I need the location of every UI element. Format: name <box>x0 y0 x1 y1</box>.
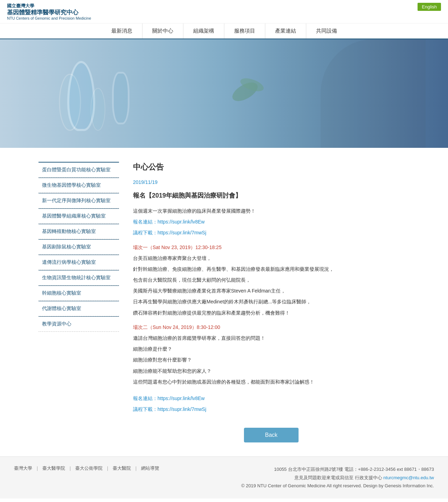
session1-line5: 日本再生醫學與細胞治療供應大廠Medinet的鈴木邦彥執行副總...等多位臨床醫… <box>133 297 410 306</box>
hero-svg <box>0 39 448 148</box>
footer-link-sitemap[interactable]: 網站導覽 <box>141 465 159 472</box>
sidebar-item-biobank[interactable]: 基因體醫學組織庫核心實驗室 <box>38 208 119 224</box>
footer-left: 臺灣大學 ｜ 臺大醫學院 ｜ 臺大公衛學院 ｜ 臺大醫院 ｜ 網站導覽 <box>14 465 159 472</box>
article-title: 報名【2019年細胞與基因治療研討會】 <box>133 190 410 201</box>
sidebar-item-knockout[interactable]: 基因剔除鼠核心實驗室 <box>38 239 119 255</box>
logo-zh-top: 國立臺灣大學 <box>7 3 91 9</box>
svg-point-2 <box>91 88 105 130</box>
session1-title: 場次一（Sat Nov 23, 2019）12:30-18:25 <box>133 243 410 252</box>
footer-link-hospital[interactable]: 臺大醫院 <box>113 465 131 472</box>
session2-line2: 細胞治療是什麼？ <box>133 345 410 353</box>
footer-right: 10055 台北市中正區徐州路2號7樓 電話：+886-2-2312-3456 … <box>241 465 434 490</box>
article-dl-link: 議程下載：https://supr.link/7mwSj <box>133 228 410 237</box>
top-bar: 國立臺灣大學 基因體暨精準醫學研究中心 NTU Centers of Genom… <box>0 0 448 23</box>
sidebar: 蛋白體暨蛋白質功能核心實驗室 微生物基因體學核心實驗室 新一代定序與微陣列核心實… <box>38 162 119 442</box>
sidebar-item-education[interactable]: 教學資源中心 <box>38 316 119 332</box>
sidebar-item-protein[interactable]: 蛋白體暨蛋白質功能核心實驗室 <box>38 162 119 178</box>
hero-image <box>0 39 448 148</box>
session2-title: 場次二（Sun Nov 24, 2019）8:30-12:00 <box>133 323 410 332</box>
article-reg-link2: 報名連結：https://supr.link/lv8Ew <box>133 394 410 403</box>
nav-about[interactable]: 關於中心 <box>142 23 183 39</box>
sidebar-item-sequencing[interactable]: 新一代定序與微陣列核心實驗室 <box>38 193 119 208</box>
nav-industry[interactable]: 產業連結 <box>265 23 306 39</box>
footer-email[interactable]: nturcmegmc@ntu.edu.tw <box>383 475 434 480</box>
article-dl-link2: 議程下載：https://supr.link/7mwSj <box>133 405 410 414</box>
logo-zh-main: 基因體暨精準醫學研究中心 <box>7 9 91 16</box>
english-button[interactable]: English <box>418 3 441 11</box>
footer-link-publichealth[interactable]: 臺大公衛學院 <box>75 465 103 472</box>
main-nav: 最新消息 關於中心 組織架構 服務項目 產業連結 共同設備 <box>0 23 448 39</box>
article-reg-link: 報名連結：https://supr.link/lv8Ew <box>133 218 410 226</box>
session2-line3: 細胞治療對您有什麼影響？ <box>133 356 410 364</box>
footer-email-line: 意見及問題歡迎來電或寫信至 行政支援中心 nturcmegmc@ntu.edu.… <box>241 474 434 482</box>
article-date: 2019/11/19 <box>133 178 410 187</box>
svg-point-1 <box>59 74 80 130</box>
session1-line2: 針對幹細胞治療、免疫細胞治療、再生醫學、和基因治療發表最新臨床應用和藥業發展現況… <box>133 265 410 274</box>
logo-en: NTU Centers of Genomic and Precision Med… <box>7 16 91 20</box>
footer-link-medicine[interactable]: 臺大醫學院 <box>42 465 65 472</box>
nav-services[interactable]: 服務項目 <box>224 23 265 39</box>
footer-links: 臺灣大學 ｜ 臺大醫學院 ｜ 臺大公衛學院 ｜ 臺大醫院 ｜ 網站導覽 <box>14 465 159 472</box>
article-content: 中心公告 2019/11/19 報名【2019年細胞與基因治療研討會】 這個週末… <box>133 162 410 442</box>
sidebar-item-transgenic[interactable]: 基因轉殖動物核心實驗室 <box>38 224 119 239</box>
session1-line1: 台美百細胞治療專家齊聚台大登壇， <box>133 254 410 263</box>
section-title: 中心公告 <box>133 162 410 172</box>
session2-line4: 細胞治療能不能幫助您和您的家人？ <box>133 367 410 376</box>
back-button[interactable]: Back <box>244 428 299 442</box>
session2-line5: 這些問題還有您心中對於細胞或基因治療的各種疑惑，都能面對面和專家討論解惑！ <box>133 378 410 386</box>
back-button-wrapper: Back <box>133 428 410 442</box>
footer-link-ntu[interactable]: 臺灣大學 <box>14 465 32 472</box>
logo-area: 國立臺灣大學 基因體暨精準醫學研究中心 NTU Centers of Genom… <box>7 3 91 20</box>
article-intro: 這個週末一次掌握細胞治療的臨床與產業發展國際趨勢！ <box>133 207 410 215</box>
sidebar-item-bioinformatics[interactable]: 生物資訊暨生物統計核心實驗室 <box>38 270 119 286</box>
main-content: 蛋白體暨蛋白質功能核心實驗室 微生物基因體學核心實驗室 新一代定序與微陣列核心實… <box>31 162 416 442</box>
footer: 臺灣大學 ｜ 臺大醫學院 ｜ 臺大公衛學院 ｜ 臺大醫院 ｜ 網站導覽 1005… <box>0 456 448 498</box>
nav-structure[interactable]: 組織架構 <box>183 23 224 39</box>
sidebar-item-metabolomics[interactable]: 代謝體核心實驗室 <box>38 301 119 316</box>
session1-line4: 美國斯丹福大學醫療細胞治療產業化首席專家Steven A Feldman主任， <box>133 287 410 295</box>
nav-latest-news[interactable]: 最新消息 <box>102 23 142 39</box>
sidebar-item-epidemiology[interactable]: 遺傳流行病學核心實驗室 <box>38 255 119 270</box>
sidebar-item-stemcell[interactable]: 幹細胞核心實驗室 <box>38 286 119 301</box>
footer-copyright: © 2019 NTU Center of Genomic Medicine Al… <box>241 482 434 490</box>
session1-line6: 鑽石陣容將針對細胞治療提供最完整的臨床和產業趨勢分析，機會難得！ <box>133 309 410 317</box>
session1-line3: 包含前台大醫院院長，現任北醫大顧問的何弘能院長， <box>133 276 410 284</box>
session2-line1: 邀請台灣細胞治療的首席鑑覽學研專家，直接回答您的問題！ <box>133 334 410 343</box>
footer-address: 10055 台北市中正區徐州路2號7樓 電話：+886-2-2312-3456 … <box>241 465 434 473</box>
sidebar-item-microbio[interactable]: 微生物基因體學核心實驗室 <box>38 178 119 193</box>
nav-equipment[interactable]: 共同設備 <box>306 23 347 39</box>
